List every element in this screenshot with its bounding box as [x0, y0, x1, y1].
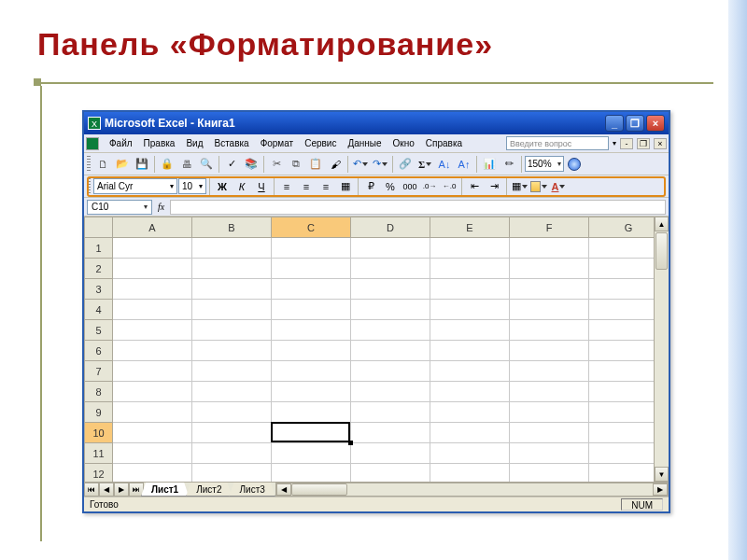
row-header-2[interactable]: 2: [85, 259, 113, 279]
col-header-D[interactable]: D: [351, 217, 430, 238]
menu-data[interactable]: Данные: [343, 137, 386, 149]
cell-C2[interactable]: [272, 259, 351, 279]
autosum-button[interactable]: Σ: [416, 155, 434, 174]
increase-indent-button[interactable]: ⇥: [485, 177, 503, 196]
open-button[interactable]: 📂: [113, 155, 132, 174]
align-center-button[interactable]: ≡: [297, 177, 316, 196]
decrease-indent-button[interactable]: ⇤: [465, 177, 484, 196]
cell-D2[interactable]: [351, 259, 430, 279]
align-left-button[interactable]: ≡: [277, 177, 296, 196]
cell-E10[interactable]: [430, 423, 510, 443]
cell-G7[interactable]: [589, 361, 655, 382]
cell-C5[interactable]: [272, 320, 351, 341]
font-color-button[interactable]: A: [549, 177, 568, 196]
cell-A5[interactable]: [113, 320, 192, 341]
menu-window[interactable]: Окно: [388, 137, 419, 149]
menu-edit[interactable]: Правка: [139, 137, 180, 149]
bold-button[interactable]: Ж: [213, 177, 232, 196]
cell-D6[interactable]: [351, 341, 430, 361]
redo-button[interactable]: ↷: [371, 155, 389, 174]
cell-B8[interactable]: [192, 382, 272, 402]
cell-C7[interactable]: [272, 361, 351, 382]
cell-A7[interactable]: [113, 361, 192, 382]
cell-A11[interactable]: [113, 443, 192, 464]
scroll-down-button[interactable]: ▼: [655, 467, 669, 482]
help-search-input[interactable]: Введите вопрос: [506, 136, 609, 150]
cell-B3[interactable]: [192, 279, 272, 300]
col-header-A[interactable]: A: [113, 217, 192, 238]
tab-nav-first[interactable]: ⏮: [84, 483, 99, 497]
cell-D12[interactable]: [351, 464, 430, 483]
cell-B1[interactable]: [192, 238, 272, 259]
paste-button[interactable]: 📋: [306, 155, 325, 174]
col-header-C[interactable]: C: [272, 217, 351, 238]
underline-button[interactable]: Ч: [252, 177, 271, 196]
cell-C12[interactable]: [272, 464, 351, 483]
cell-B4[interactable]: [192, 300, 272, 320]
cell-A12[interactable]: [113, 464, 192, 483]
cell-F4[interactable]: [510, 300, 589, 320]
cell-E5[interactable]: [430, 320, 510, 341]
cell-D10[interactable]: [351, 423, 430, 443]
help-dropdown-icon[interactable]: ▾: [613, 139, 616, 147]
cell-B11[interactable]: [192, 443, 272, 464]
row-header-9[interactable]: 9: [85, 402, 113, 423]
cell-E8[interactable]: [430, 382, 510, 402]
cell-D11[interactable]: [351, 443, 430, 464]
cell-C9[interactable]: [272, 402, 351, 423]
col-header-E[interactable]: E: [430, 217, 510, 238]
cell-B6[interactable]: [192, 341, 272, 361]
vertical-scrollbar[interactable]: ▲ ▼: [654, 217, 669, 482]
permission-button[interactable]: 🔒: [158, 155, 176, 174]
col-header-B[interactable]: B: [192, 217, 272, 238]
minimize-button[interactable]: _: [605, 115, 624, 132]
cell-C3[interactable]: [272, 279, 351, 300]
cell-D3[interactable]: [351, 279, 430, 300]
print-preview-button[interactable]: 🔍: [197, 155, 216, 174]
cell-F12[interactable]: [510, 464, 589, 483]
decrease-decimal-button[interactable]: ←.0: [440, 177, 458, 196]
horizontal-scroll-thumb[interactable]: [291, 483, 347, 496]
row-header-8[interactable]: 8: [85, 382, 113, 402]
col-header-F[interactable]: F: [510, 217, 589, 238]
menu-insert[interactable]: Вставка: [209, 137, 253, 149]
cell-E7[interactable]: [430, 361, 510, 382]
save-button[interactable]: 💾: [133, 155, 151, 174]
cell-F6[interactable]: [510, 341, 589, 361]
cell-A4[interactable]: [113, 300, 192, 320]
cell-G11[interactable]: [589, 443, 655, 464]
formula-bar-input[interactable]: [170, 200, 666, 215]
cell-C6[interactable]: [272, 341, 351, 361]
menu-file[interactable]: Файл: [105, 137, 137, 149]
fx-button[interactable]: fx: [158, 202, 164, 212]
new-button[interactable]: 🗋: [93, 155, 112, 174]
row-header-12[interactable]: 12: [85, 464, 113, 483]
scroll-left-button[interactable]: ◀: [276, 483, 291, 496]
cell-D9[interactable]: [351, 402, 430, 423]
cell-D4[interactable]: [351, 300, 430, 320]
cell-B7[interactable]: [192, 361, 272, 382]
research-button[interactable]: 📚: [242, 155, 261, 174]
menu-view[interactable]: Вид: [181, 137, 207, 149]
cell-F10[interactable]: [510, 423, 589, 443]
cell-G1[interactable]: [589, 238, 655, 259]
spellcheck-button[interactable]: ✓: [222, 155, 241, 174]
sort-asc-button[interactable]: A↓: [435, 155, 454, 174]
cell-D8[interactable]: [351, 382, 430, 402]
grid[interactable]: A B C D E F G 123456789101112: [84, 217, 654, 482]
cell-E3[interactable]: [430, 279, 510, 300]
cell-G4[interactable]: [589, 300, 655, 320]
cell-B12[interactable]: [192, 464, 272, 483]
sheet-tab-3[interactable]: Лист3: [229, 483, 275, 497]
cell-C11[interactable]: [272, 443, 351, 464]
cell-C8[interactable]: [272, 382, 351, 402]
cell-E2[interactable]: [430, 259, 510, 279]
select-all-button[interactable]: [85, 217, 113, 238]
maximize-button[interactable]: ❐: [626, 115, 644, 132]
row-header-4[interactable]: 4: [85, 300, 113, 320]
print-button[interactable]: 🖶: [177, 155, 196, 174]
row-header-1[interactable]: 1: [85, 238, 113, 259]
cell-A6[interactable]: [113, 341, 192, 361]
cell-G8[interactable]: [589, 382, 655, 402]
menu-format[interactable]: Формат: [256, 137, 299, 149]
